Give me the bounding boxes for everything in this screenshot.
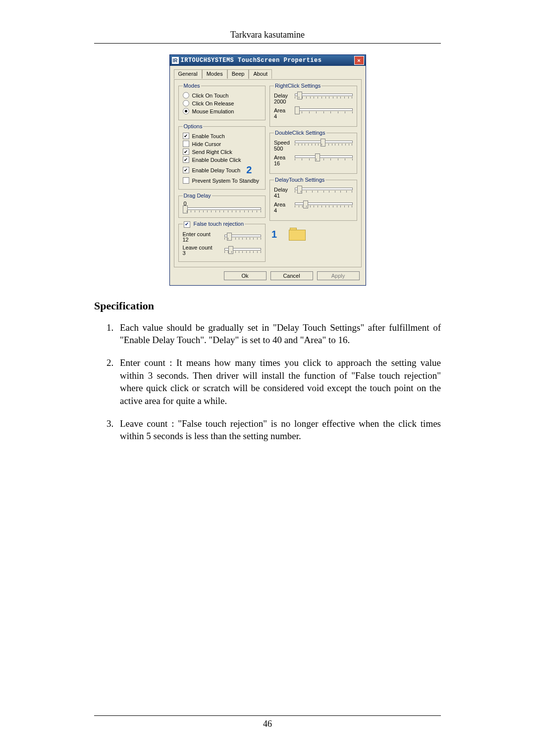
titlebar: IR IRTOUCHSYSTEMS TouchScreen Properties… bbox=[170, 55, 366, 66]
spec-item-2: Enter count : It means how many times yo… bbox=[116, 356, 441, 407]
app-icon: IR bbox=[172, 57, 179, 64]
callout-1: 1 bbox=[271, 229, 277, 240]
radio-mouse-emulation[interactable]: Mouse Emulation bbox=[183, 108, 262, 114]
checkbox-icon: ✔ bbox=[183, 133, 189, 139]
cancel-button[interactable]: Cancel bbox=[270, 271, 313, 280]
radio-label: Click On Release bbox=[192, 101, 234, 106]
check-enable-double-click[interactable]: ✔ Enable Double Click bbox=[183, 156, 262, 163]
check-enable-touch[interactable]: ✔ Enable Touch bbox=[183, 133, 262, 139]
radio-label: Click On Touch bbox=[192, 93, 229, 99]
dt-area-label: Area bbox=[274, 202, 285, 207]
page-number: 46 bbox=[94, 719, 441, 729]
enter-count-value: 12 bbox=[183, 237, 189, 243]
options-group: Options ✔ Enable Touch Hide Cursor bbox=[178, 123, 266, 190]
check-label: Enable Double Click bbox=[192, 157, 241, 163]
apply-button[interactable]: Apply bbox=[317, 271, 360, 280]
checkbox-icon: ✔ bbox=[183, 149, 189, 155]
options-legend: Options bbox=[183, 123, 204, 129]
radio-icon bbox=[183, 108, 189, 114]
check-label: Send Right Click bbox=[192, 149, 232, 155]
dc-speed-label: Speed bbox=[274, 140, 290, 146]
delaytouch-group: DelayTouch Settings Delay 41 bbox=[269, 177, 357, 221]
checkbox-icon bbox=[183, 177, 189, 184]
dt-area-slider[interactable] bbox=[295, 202, 353, 208]
tab-beep[interactable]: Beep bbox=[227, 69, 249, 79]
radio-label: Mouse Emulation bbox=[192, 108, 234, 114]
leave-count-value: 3 bbox=[183, 250, 186, 256]
rc-area-slider[interactable] bbox=[295, 107, 353, 114]
close-icon[interactable]: × bbox=[354, 56, 364, 65]
checkbox-icon: ✔ bbox=[183, 167, 189, 173]
rc-delay-label: Delay bbox=[274, 93, 288, 99]
dc-area-slider[interactable] bbox=[295, 154, 353, 161]
false-touch-group: ✔ False touch rejection Enter count 12 bbox=[178, 221, 266, 262]
folder-icon[interactable] bbox=[289, 228, 306, 241]
drag-delay-value: 0 bbox=[184, 201, 262, 206]
rc-delay-value: 2000 bbox=[274, 99, 286, 104]
check-send-right-click[interactable]: ✔ Send Right Click bbox=[183, 149, 262, 155]
rc-delay-slider[interactable] bbox=[295, 93, 353, 100]
doubleclick-legend: DoubleClick Settings bbox=[274, 130, 326, 136]
dt-area-value: 4 bbox=[274, 207, 277, 213]
callout-2: 2 bbox=[246, 164, 252, 176]
rightclick-group: RightClick Settings Delay 2000 bbox=[269, 83, 357, 127]
dc-speed-slider[interactable] bbox=[295, 140, 353, 147]
delaytouch-legend: DelayTouch Settings bbox=[274, 177, 325, 183]
dt-delay-value: 41 bbox=[274, 193, 280, 199]
tab-general[interactable]: General bbox=[174, 69, 202, 79]
radio-icon bbox=[183, 100, 189, 106]
dt-delay-label: Delay bbox=[274, 187, 288, 193]
radio-icon bbox=[183, 92, 189, 99]
spec-item-3: Leave count : "False touch rejection" is… bbox=[116, 417, 441, 443]
check-label: Prevent System To Standby bbox=[192, 178, 260, 184]
specification-list: Each value should be gradually set in "D… bbox=[94, 321, 441, 443]
leave-count-label: Leave count bbox=[183, 245, 213, 251]
spec-item-1: Each value should be gradually set in "D… bbox=[116, 321, 441, 347]
enter-count-label: Enter count bbox=[183, 231, 211, 237]
modes-legend: Modes bbox=[183, 83, 201, 89]
enter-count-slider[interactable] bbox=[224, 234, 262, 241]
radio-click-on-release[interactable]: Click On Release bbox=[183, 100, 262, 106]
check-label: Enable Delay Touch bbox=[192, 167, 241, 173]
page-footer: 46 bbox=[94, 715, 441, 729]
dialog-screenshot: IR IRTOUCHSYSTEMS TouchScreen Properties… bbox=[94, 54, 441, 286]
checkbox-icon[interactable]: ✔ bbox=[184, 221, 190, 228]
dc-speed-value: 500 bbox=[274, 146, 283, 151]
checkbox-icon: ✔ bbox=[183, 156, 189, 163]
dc-area-value: 16 bbox=[274, 160, 280, 166]
false-touch-legend: False touch rejection bbox=[194, 221, 244, 227]
drag-delay-slider[interactable] bbox=[183, 206, 262, 213]
rc-area-label: Area bbox=[274, 107, 285, 113]
modes-group: Modes Click On Touch Click On Release bbox=[178, 83, 266, 120]
doubleclick-group: DoubleClick Settings Speed 500 bbox=[269, 130, 357, 174]
rc-area-value: 4 bbox=[274, 113, 277, 119]
specification-heading: Specification bbox=[94, 300, 441, 312]
rightclick-legend: RightClick Settings bbox=[274, 83, 321, 89]
check-enable-delay-touch[interactable]: ✔ Enable Delay Touch 2 bbox=[183, 164, 262, 176]
check-hide-cursor[interactable]: Hide Cursor bbox=[183, 141, 262, 147]
header-rule bbox=[94, 43, 441, 44]
window-title: IRTOUCHSYSTEMS TouchScreen Properties bbox=[181, 57, 322, 64]
ok-button[interactable]: Ok bbox=[224, 271, 267, 280]
drag-delay-group: Drag Delay 0 bbox=[178, 193, 266, 218]
dt-delay-slider[interactable] bbox=[295, 187, 353, 194]
leave-count-slider[interactable] bbox=[224, 247, 262, 254]
radio-click-on-touch[interactable]: Click On Touch bbox=[183, 92, 262, 99]
tab-modes[interactable]: Modes bbox=[202, 69, 227, 79]
properties-dialog: IR IRTOUCHSYSTEMS TouchScreen Properties… bbox=[169, 54, 366, 286]
check-label: Enable Touch bbox=[192, 133, 225, 139]
tab-about[interactable]: About bbox=[249, 69, 272, 79]
check-label: Hide Cursor bbox=[192, 141, 221, 147]
checkbox-icon bbox=[183, 141, 189, 147]
page-header: Tarkvara kasutamine bbox=[94, 30, 441, 40]
check-prevent-standby[interactable]: Prevent System To Standby bbox=[183, 177, 262, 184]
drag-delay-legend: Drag Delay bbox=[183, 193, 212, 199]
tab-bar: General Modes Beep About bbox=[174, 69, 362, 78]
dc-area-label: Area bbox=[274, 154, 285, 160]
